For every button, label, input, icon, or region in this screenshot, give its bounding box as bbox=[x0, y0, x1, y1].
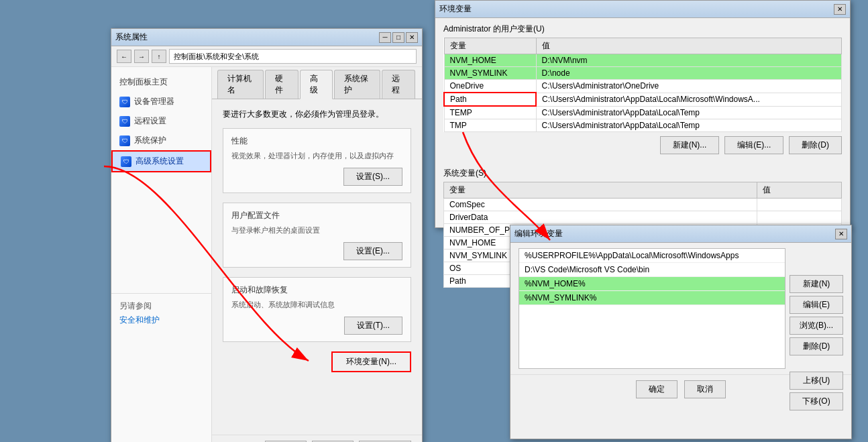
table-row[interactable]: ComSpec bbox=[444, 199, 842, 211]
env-variables-window: 环境变量 ✕ Administrator 的用户变量(U) 变量 值 NVM_H… bbox=[435, 0, 851, 228]
device-manager-label: 设备管理器 bbox=[134, 96, 174, 107]
edit-env-close-button[interactable]: ✕ bbox=[835, 229, 847, 239]
row-val: C:\Users\Administrator\AppData\Local\Tem… bbox=[536, 119, 841, 132]
close-button[interactable]: ✕ bbox=[406, 32, 418, 43]
edit-user-var-button[interactable]: 编辑(E)... bbox=[724, 136, 783, 154]
table-row[interactable]: Path C:\Users\Administrator\AppData\Loca… bbox=[444, 93, 842, 106]
env-titlebar: 环境变量 ✕ bbox=[435, 1, 850, 18]
edit-env-body: %USERPROFILE%\AppData\Local\Microsoft\Wi… bbox=[510, 248, 851, 369]
tab-system-protection[interactable]: 系统保护 bbox=[334, 70, 380, 99]
user-profiles-section: 用户配置文件 与登录帐户相关的桌面设置 设置(E)... bbox=[223, 203, 411, 268]
sidebar-item-remote-settings[interactable]: 🛡 远程设置 bbox=[111, 111, 211, 131]
maximize-button[interactable]: □ bbox=[392, 32, 404, 43]
tab-advanced[interactable]: 高级 bbox=[300, 70, 333, 99]
user-profiles-settings-container: 设置(E)... bbox=[231, 242, 402, 260]
advanced-settings-label: 高级系统设置 bbox=[135, 156, 184, 167]
sys-props-controls: ─ □ ✕ bbox=[379, 32, 418, 43]
tab-hardware[interactable]: 硬件 bbox=[265, 70, 299, 99]
edit-list: %USERPROFILE%\AppData\Local\Microsoft\Wi… bbox=[519, 248, 785, 369]
nav-bar: ← → ↑ 控制面板\系统和安全\系统 bbox=[111, 46, 422, 67]
shield-icon-3: 🛡 bbox=[119, 135, 130, 146]
home-label: 控制面板主页 bbox=[119, 76, 168, 88]
performance-section: 性能 视觉效果，处理器计划，内存使用，以及虚拟内存 设置(S)... bbox=[223, 128, 411, 193]
sidebar-item-system-protection[interactable]: 🛡 系统保护 bbox=[111, 131, 211, 150]
env-controls: ✕ bbox=[834, 4, 846, 15]
table-row[interactable]: TEMP C:\Users\Administrator\AppData\Loca… bbox=[444, 106, 842, 119]
breadcrumb[interactable]: 控制面板\系统和安全\系统 bbox=[169, 49, 417, 64]
performance-desc: 视觉效果，处理器计划，内存使用，以及虚拟内存 bbox=[231, 151, 402, 161]
performance-settings-container: 设置(S)... bbox=[231, 168, 402, 186]
user-profiles-settings-button[interactable]: 设置(E)... bbox=[343, 242, 402, 260]
startup-settings-button[interactable]: 设置(T)... bbox=[344, 317, 402, 335]
delete-value-button[interactable]: 删除(D) bbox=[790, 337, 843, 355]
sys-vars-title: 系统变量(S) bbox=[435, 162, 850, 182]
row-var: OneDrive bbox=[444, 80, 536, 93]
user-profiles-title: 用户配置文件 bbox=[231, 210, 402, 221]
delete-user-var-button[interactable]: 删除(D) bbox=[789, 136, 842, 154]
right-content: 计算机名 硬件 高级 系统保护 远程 要进行大多数更改，你必须作为管理员登录。 … bbox=[212, 67, 422, 442]
shield-icon-2: 🛡 bbox=[119, 116, 130, 127]
env-variables-button[interactable]: 环境变量(N)... bbox=[331, 351, 411, 372]
table-row[interactable]: NVM_HOME D:\NVM\nvm bbox=[444, 54, 842, 67]
env-close-button[interactable]: ✕ bbox=[834, 4, 846, 15]
edit-ok-button[interactable]: 确定 bbox=[636, 380, 677, 398]
move-up-button[interactable]: 上移(U) bbox=[790, 372, 843, 390]
sidebar-item-advanced-settings[interactable]: 🛡 高级系统设置 bbox=[111, 150, 211, 172]
user-vars-buttons: 新建(N)... 编辑(E)... 删除(D) bbox=[435, 132, 850, 158]
list-item[interactable]: %NVM_HOME% bbox=[519, 277, 785, 291]
edit-env-title: 编辑环境变量 bbox=[514, 228, 563, 239]
back-button[interactable]: ← bbox=[117, 50, 131, 63]
edit-env-window: 编辑环境变量 ✕ %USERPROFILE%\AppData\Local\Mic… bbox=[510, 225, 852, 439]
browse-button[interactable]: 浏览(B)... bbox=[790, 317, 843, 335]
row-val: C:\Users\Administrator\AppData\Local\Tem… bbox=[536, 106, 841, 119]
system-protection-label: 系统保护 bbox=[134, 135, 166, 146]
sidebar-item-device-manager[interactable]: 🛡 设备管理器 bbox=[111, 92, 211, 111]
edit-env-controls: ✕ bbox=[835, 229, 847, 239]
new-value-button[interactable]: 新建(N) bbox=[790, 275, 843, 293]
row-var: ComSpec bbox=[444, 199, 757, 211]
row-val: D:\node bbox=[536, 67, 841, 80]
new-user-var-button[interactable]: 新建(N)... bbox=[660, 136, 720, 154]
user-vars-col-val: 值 bbox=[536, 38, 841, 54]
user-vars-table: 变量 值 NVM_HOME D:\NVM\nvm NVM_SYMLINK D:\… bbox=[443, 38, 842, 132]
tab-computer-name[interactable]: 计算机名 bbox=[217, 70, 264, 99]
minimize-button[interactable]: ─ bbox=[379, 32, 391, 43]
edit-env-titlebar: 编辑环境变量 ✕ bbox=[510, 225, 851, 243]
row-var: NVM_HOME bbox=[444, 54, 536, 67]
row-val: C:\Users\Administrator\OneDrive bbox=[536, 80, 841, 93]
list-item[interactable]: %NVM_SYMLINK% bbox=[519, 291, 785, 305]
see-also: 另请参阅 安全和维护 bbox=[111, 293, 211, 333]
forward-button[interactable]: → bbox=[134, 50, 149, 63]
main-layout: 控制面板主页 🛡 设备管理器 🛡 远程设置 🛡 系统保护 🛡 高级系统设置 另请… bbox=[111, 67, 422, 442]
up-button[interactable]: ↑ bbox=[152, 50, 166, 63]
env-title-text: 环境变量 bbox=[439, 3, 472, 15]
table-row[interactable]: TMP C:\Users\Administrator\AppData\Local… bbox=[444, 119, 842, 132]
list-item[interactable]: D:\VS Code\Microsoft VS Code\bin bbox=[519, 263, 785, 277]
user-vars-title: Administrator 的用户变量(U) bbox=[435, 18, 850, 38]
security-maintenance-link[interactable]: 安全和维护 bbox=[119, 315, 203, 326]
edit-cancel-button[interactable]: 取消 bbox=[684, 380, 726, 398]
startup-title: 启动和故障恢复 bbox=[231, 284, 402, 296]
row-var: NVM_SYMLINK bbox=[444, 67, 536, 80]
shield-icon-1: 🛡 bbox=[119, 97, 130, 107]
list-item[interactable]: %USERPROFILE%\AppData\Local\Microsoft\Wi… bbox=[519, 249, 785, 263]
row-val bbox=[757, 211, 841, 224]
table-row[interactable]: DriverData bbox=[444, 211, 842, 224]
sys-vars-col-val: 值 bbox=[757, 182, 841, 199]
table-row[interactable]: NVM_SYMLINK D:\node bbox=[444, 67, 842, 80]
row-val bbox=[757, 199, 841, 211]
shield-icon-4: 🛡 bbox=[121, 156, 131, 167]
tab-remote[interactable]: 远程 bbox=[382, 70, 415, 99]
edit-env-title-text: 编辑环境变量 bbox=[514, 228, 563, 239]
system-properties-window: 系统属性 ─ □ ✕ ← → ↑ 控制面板\系统和安全\系统 控制面板主页 🛡 … bbox=[111, 28, 423, 442]
tabs-bar: 计算机名 硬件 高级 系统保护 远程 bbox=[212, 67, 422, 99]
edit-value-button[interactable]: 编辑(E) bbox=[790, 296, 843, 314]
sidebar-home[interactable]: 控制面板主页 bbox=[111, 72, 211, 92]
table-row[interactable]: OneDrive C:\Users\Administrator\OneDrive bbox=[444, 80, 842, 93]
performance-settings-button[interactable]: 设置(S)... bbox=[343, 168, 402, 186]
bottom-buttons: 确定 取消 应用(A) bbox=[212, 435, 422, 442]
env-btn-container: 环境变量(N)... bbox=[223, 351, 411, 372]
move-down-button[interactable]: 下移(O) bbox=[790, 392, 843, 410]
row-var: TMP bbox=[444, 119, 536, 132]
content-area: 要进行大多数更改，你必须作为管理员登录。 性能 视觉效果，处理器计划，内存使用，… bbox=[212, 99, 422, 435]
